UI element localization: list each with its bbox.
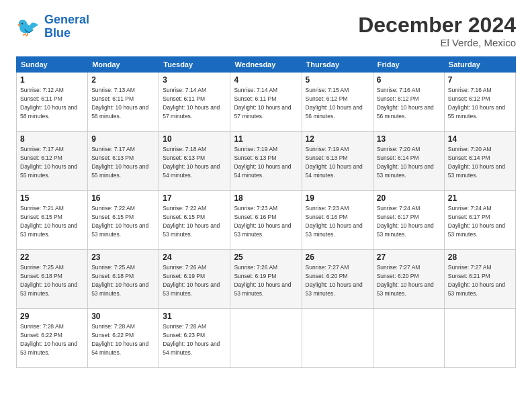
day-number: 11 (234, 134, 298, 144)
col-sunday: Sunday (17, 57, 88, 73)
table-row: 4 Sunrise: 7:14 AMSunset: 6:11 PMDayligh… (230, 73, 302, 132)
logo-icon: 🐦 (16, 15, 40, 39)
day-number: 19 (306, 193, 369, 203)
calendar-week-row: 22 Sunrise: 7:25 AMSunset: 6:18 PMDaylig… (17, 250, 516, 309)
day-number: 22 (20, 253, 84, 262)
day-info: Sunrise: 7:27 AMSunset: 6:20 PMDaylight:… (306, 264, 363, 297)
table-row: 30 Sunrise: 7:28 AMSunset: 6:22 PMDaylig… (88, 309, 159, 368)
calendar-table: Sunday Monday Tuesday Wednesday Thursday… (16, 56, 516, 368)
col-wednesday: Wednesday (230, 57, 302, 73)
day-number: 12 (306, 134, 369, 144)
table-row: 11 Sunrise: 7:19 AMSunset: 6:13 PMDaylig… (230, 132, 302, 191)
day-number: 20 (377, 193, 441, 203)
table-row (373, 309, 444, 368)
day-info: Sunrise: 7:15 AMSunset: 6:12 PMDaylight:… (306, 87, 363, 120)
calendar-week-row: 8 Sunrise: 7:17 AMSunset: 6:12 PMDayligh… (17, 132, 516, 191)
day-info: Sunrise: 7:25 AMSunset: 6:18 PMDaylight:… (91, 264, 148, 297)
day-number: 1 (20, 75, 84, 85)
table-row: 19 Sunrise: 7:23 AMSunset: 6:16 PMDaylig… (302, 191, 373, 250)
day-number: 10 (163, 134, 226, 144)
day-number: 4 (234, 75, 298, 85)
table-row: 7 Sunrise: 7:16 AMSunset: 6:12 PMDayligh… (444, 73, 515, 132)
day-number: 16 (91, 193, 155, 203)
page: 🐦 General Blue December 2024 El Verde, M… (0, 0, 532, 411)
table-row: 24 Sunrise: 7:26 AMSunset: 6:19 PMDaylig… (159, 250, 230, 309)
calendar-location: El Verde, Mexico (358, 37, 516, 48)
day-info: Sunrise: 7:21 AMSunset: 6:15 PMDaylight:… (20, 205, 77, 238)
day-info: Sunrise: 7:16 AMSunset: 6:12 PMDaylight:… (377, 87, 434, 120)
day-info: Sunrise: 7:27 AMSunset: 6:21 PMDaylight:… (448, 264, 505, 297)
day-number: 18 (234, 193, 298, 203)
table-row: 21 Sunrise: 7:24 AMSunset: 6:17 PMDaylig… (444, 191, 515, 250)
day-info: Sunrise: 7:25 AMSunset: 6:18 PMDaylight:… (20, 264, 77, 297)
day-info: Sunrise: 7:19 AMSunset: 6:13 PMDaylight:… (234, 146, 291, 179)
day-info: Sunrise: 7:23 AMSunset: 6:16 PMDaylight:… (234, 205, 291, 238)
day-info: Sunrise: 7:26 AMSunset: 6:19 PMDaylight:… (163, 264, 220, 297)
day-number: 28 (448, 253, 512, 262)
day-info: Sunrise: 7:12 AMSunset: 6:11 PMDaylight:… (20, 87, 77, 120)
day-info: Sunrise: 7:24 AMSunset: 6:17 PMDaylight:… (377, 205, 434, 238)
table-row: 23 Sunrise: 7:25 AMSunset: 6:18 PMDaylig… (88, 250, 159, 309)
table-row: 10 Sunrise: 7:18 AMSunset: 6:13 PMDaylig… (159, 132, 230, 191)
day-info: Sunrise: 7:20 AMSunset: 6:14 PMDaylight:… (377, 146, 434, 179)
day-number: 26 (306, 253, 369, 262)
day-number: 17 (163, 193, 226, 203)
col-friday: Friday (373, 57, 444, 73)
col-thursday: Thursday (302, 57, 373, 73)
day-info: Sunrise: 7:18 AMSunset: 6:13 PMDaylight:… (163, 146, 220, 179)
day-number: 8 (20, 134, 84, 144)
day-info: Sunrise: 7:28 AMSunset: 6:22 PMDaylight:… (20, 323, 77, 356)
table-row: 17 Sunrise: 7:22 AMSunset: 6:15 PMDaylig… (159, 191, 230, 250)
table-row: 29 Sunrise: 7:28 AMSunset: 6:22 PMDaylig… (17, 309, 88, 368)
day-number: 23 (91, 253, 155, 262)
day-info: Sunrise: 7:22 AMSunset: 6:15 PMDaylight:… (91, 205, 148, 238)
day-number: 15 (20, 193, 84, 203)
table-row: 12 Sunrise: 7:19 AMSunset: 6:13 PMDaylig… (302, 132, 373, 191)
day-number: 25 (234, 253, 298, 262)
table-row: 9 Sunrise: 7:17 AMSunset: 6:13 PMDayligh… (88, 132, 159, 191)
day-number: 27 (377, 253, 441, 262)
table-row: 8 Sunrise: 7:17 AMSunset: 6:12 PMDayligh… (17, 132, 88, 191)
calendar-header-row: Sunday Monday Tuesday Wednesday Thursday… (17, 57, 516, 73)
logo: 🐦 General Blue (16, 13, 89, 40)
table-row (444, 309, 515, 368)
calendar-week-row: 29 Sunrise: 7:28 AMSunset: 6:22 PMDaylig… (17, 309, 516, 368)
day-number: 30 (91, 312, 155, 321)
day-info: Sunrise: 7:28 AMSunset: 6:23 PMDaylight:… (163, 323, 220, 356)
table-row: 31 Sunrise: 7:28 AMSunset: 6:23 PMDaylig… (159, 309, 230, 368)
day-number: 29 (20, 312, 84, 321)
day-number: 14 (448, 134, 512, 144)
table-row: 5 Sunrise: 7:15 AMSunset: 6:12 PMDayligh… (302, 73, 373, 132)
day-info: Sunrise: 7:17 AMSunset: 6:12 PMDaylight:… (20, 146, 77, 179)
calendar-week-row: 15 Sunrise: 7:21 AMSunset: 6:15 PMDaylig… (17, 191, 516, 250)
day-info: Sunrise: 7:19 AMSunset: 6:13 PMDaylight:… (306, 146, 363, 179)
col-saturday: Saturday (444, 57, 515, 73)
table-row: 1 Sunrise: 7:12 AMSunset: 6:11 PMDayligh… (17, 73, 88, 132)
table-row: 3 Sunrise: 7:14 AMSunset: 6:11 PMDayligh… (159, 73, 230, 132)
title-block: December 2024 El Verde, Mexico (358, 13, 516, 48)
day-number: 9 (91, 134, 155, 144)
logo-text: General Blue (44, 13, 89, 40)
table-row: 18 Sunrise: 7:23 AMSunset: 6:16 PMDaylig… (230, 191, 302, 250)
svg-text:🐦: 🐦 (16, 16, 40, 38)
calendar-week-row: 1 Sunrise: 7:12 AMSunset: 6:11 PMDayligh… (17, 73, 516, 132)
day-info: Sunrise: 7:20 AMSunset: 6:14 PMDaylight:… (448, 146, 505, 179)
col-monday: Monday (88, 57, 159, 73)
table-row: 28 Sunrise: 7:27 AMSunset: 6:21 PMDaylig… (444, 250, 515, 309)
table-row: 27 Sunrise: 7:27 AMSunset: 6:20 PMDaylig… (373, 250, 444, 309)
table-row: 6 Sunrise: 7:16 AMSunset: 6:12 PMDayligh… (373, 73, 444, 132)
col-tuesday: Tuesday (159, 57, 230, 73)
day-number: 2 (91, 75, 155, 85)
table-row: 26 Sunrise: 7:27 AMSunset: 6:20 PMDaylig… (302, 250, 373, 309)
table-row: 20 Sunrise: 7:24 AMSunset: 6:17 PMDaylig… (373, 191, 444, 250)
day-number: 31 (163, 312, 226, 321)
day-info: Sunrise: 7:16 AMSunset: 6:12 PMDaylight:… (448, 87, 505, 120)
table-row: 15 Sunrise: 7:21 AMSunset: 6:15 PMDaylig… (17, 191, 88, 250)
day-info: Sunrise: 7:23 AMSunset: 6:16 PMDaylight:… (306, 205, 363, 238)
calendar-title: December 2024 (358, 13, 516, 37)
table-row: 25 Sunrise: 7:26 AMSunset: 6:19 PMDaylig… (230, 250, 302, 309)
day-info: Sunrise: 7:14 AMSunset: 6:11 PMDaylight:… (163, 87, 220, 120)
day-number: 5 (306, 75, 369, 85)
calendar-body: 1 Sunrise: 7:12 AMSunset: 6:11 PMDayligh… (17, 73, 516, 368)
table-row: 22 Sunrise: 7:25 AMSunset: 6:18 PMDaylig… (17, 250, 88, 309)
